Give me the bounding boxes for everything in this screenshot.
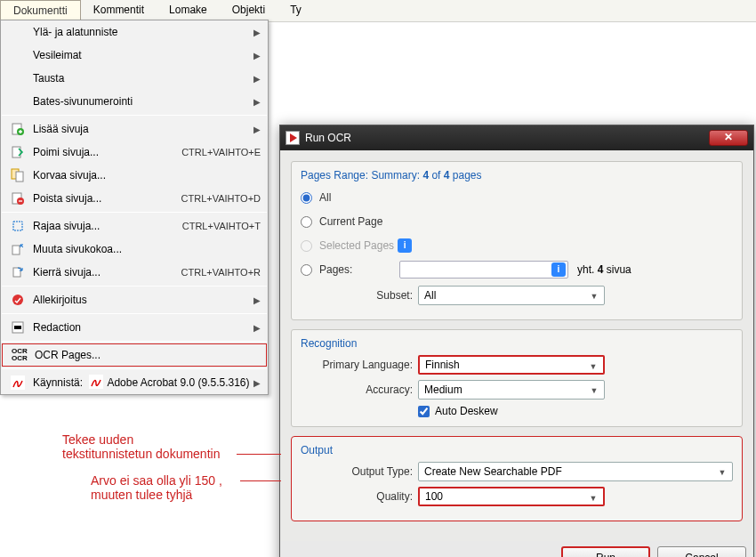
menu-item-label: Korvaa sivuja... bbox=[33, 169, 261, 182]
cancel-button[interactable]: Cancel bbox=[657, 546, 746, 557]
annotation-2-line bbox=[240, 480, 281, 481]
pages-range-title: Pages Range: Summary: 4 of 4 pages bbox=[301, 169, 733, 182]
menu-dokumentti[interactable]: Dokumentti bbox=[0, 0, 81, 21]
svg-rect-8 bbox=[12, 246, 20, 254]
radio-pages-row[interactable]: Pages: i yht. 4 sivua bbox=[301, 259, 733, 280]
menu-item-label: Bates-sivunumerointi bbox=[33, 95, 253, 108]
chevron-down-icon: ▼ bbox=[588, 384, 600, 397]
accuracy-row: Accuracy: Medium ▼ bbox=[301, 380, 733, 400]
run-button[interactable]: Run bbox=[561, 546, 650, 557]
accuracy-value: Medium bbox=[424, 383, 462, 396]
menu-item[interactable]: Muuta sivukokoa... bbox=[1, 238, 268, 261]
svg-rect-7 bbox=[13, 222, 22, 230]
subset-row: Subset: All ▼ bbox=[301, 286, 733, 305]
rotate-page-icon bbox=[8, 262, 28, 282]
radio-current-row[interactable]: Current Page bbox=[301, 211, 733, 232]
primary-language-value: Finnish bbox=[425, 359, 460, 371]
primary-language-label: Primary Language: bbox=[301, 359, 413, 371]
menu-item-label: Lisää sivuja bbox=[33, 123, 253, 135]
resize-page-icon bbox=[8, 239, 28, 259]
submenu-arrow-icon: ▶ bbox=[253, 51, 261, 61]
quality-label: Quality: bbox=[301, 490, 413, 503]
menu-item[interactable]: Rajaa sivuja...CTRL+VAIHTO+T bbox=[1, 214, 268, 238]
info-icon[interactable]: i bbox=[551, 262, 566, 277]
dokumentti-dropdown: Ylä- ja alatunniste▶Vesileimat▶Tausta▶Ba… bbox=[0, 20, 269, 395]
auto-deskew-label: Auto Deskew bbox=[435, 405, 498, 417]
menu-item[interactable]: Korvaa sivuja... bbox=[1, 164, 268, 187]
menu-kommentit[interactable]: Kommentit bbox=[81, 0, 157, 21]
output-type-value: Create New Searchable PDF bbox=[424, 465, 562, 478]
menu-item[interactable]: Ylä- ja alatunniste▶ bbox=[1, 20, 268, 44]
svg-rect-12 bbox=[14, 326, 21, 329]
primary-language-select[interactable]: Finnish ▼ bbox=[418, 355, 605, 375]
menu-separator bbox=[2, 368, 267, 369]
accuracy-label: Accuracy: bbox=[301, 383, 413, 396]
blank-icon bbox=[8, 22, 28, 42]
menu-item-label: Redaction bbox=[33, 321, 253, 334]
menu-item[interactable]: Vesileimat▶ bbox=[1, 44, 268, 67]
menu-item-label: Poista sivuja... bbox=[33, 192, 173, 205]
acrobat-icon bbox=[8, 373, 28, 392]
dialog-button-row: Run Cancel bbox=[280, 541, 753, 557]
submenu-arrow-icon: ▶ bbox=[253, 28, 261, 37]
pages-input[interactable]: i bbox=[399, 261, 568, 278]
blank-icon bbox=[8, 69, 28, 88]
menu-item-label: Kierrä sivuja... bbox=[33, 266, 173, 278]
output-group: Output Output Type: Create New Searchabl… bbox=[291, 436, 743, 521]
menu-item-shortcut: CTRL+VAIHTO+T bbox=[182, 221, 261, 231]
menu-item[interactable]: Kierrä sivuja...CTRL+VAIHTO+R bbox=[1, 261, 268, 284]
menu-item[interactable]: Poista sivuja...CTRL+VAIHTO+D bbox=[1, 187, 268, 210]
menu-separator bbox=[2, 286, 267, 287]
menu-objekti[interactable]: Objekti bbox=[220, 0, 277, 21]
submenu-arrow-icon: ▶ bbox=[253, 97, 261, 107]
auto-deskew-row[interactable]: Auto Deskew bbox=[418, 405, 733, 417]
menu-item-label: Ylä- ja alatunniste bbox=[33, 26, 253, 38]
radio-current[interactable] bbox=[301, 216, 312, 228]
svg-rect-9 bbox=[13, 268, 20, 277]
auto-deskew-checkbox[interactable] bbox=[418, 406, 430, 417]
menu-item-label: Käynnistä: Adobe Acrobat 9.0 (9.5.5.316) bbox=[33, 375, 253, 392]
svg-rect-4 bbox=[16, 172, 23, 182]
menu-item-shortcut: CTRL+VAIHTO+D bbox=[181, 193, 261, 204]
output-title: Output bbox=[301, 444, 733, 456]
radio-selected-label: Selected Pages bbox=[319, 239, 394, 252]
menu-separator bbox=[2, 313, 267, 314]
output-type-label: Output Type: bbox=[301, 465, 413, 478]
submenu-arrow-icon: ▶ bbox=[253, 378, 261, 388]
radio-pages[interactable] bbox=[301, 264, 312, 276]
svg-marker-15 bbox=[290, 133, 297, 142]
menu-item[interactable]: Käynnistä: Adobe Acrobat 9.0 (9.5.5.316)… bbox=[1, 371, 268, 394]
subset-label: Subset: bbox=[301, 289, 413, 302]
info-icon[interactable]: i bbox=[398, 238, 412, 253]
menu-item[interactable]: Bates-sivunumerointi▶ bbox=[1, 90, 268, 113]
blank-icon bbox=[8, 45, 28, 65]
menu-item[interactable]: Redaction▶ bbox=[1, 316, 268, 339]
menu-item[interactable]: Poimi sivuja...CTRL+VAIHTO+E bbox=[1, 141, 268, 164]
menu-item[interactable]: Allekirjoitus▶ bbox=[1, 288, 268, 311]
radio-selected bbox=[301, 240, 312, 252]
menu-lomake[interactable]: Lomake bbox=[157, 0, 220, 21]
dialog-title: Run OCR bbox=[305, 132, 709, 144]
quality-select[interactable]: 100 ▼ bbox=[418, 487, 605, 506]
menu-item[interactable]: OCROCROCR Pages... bbox=[2, 343, 267, 367]
radio-all-row[interactable]: All bbox=[301, 187, 733, 208]
radio-all-label: All bbox=[319, 191, 331, 204]
crop-page-icon bbox=[8, 216, 28, 236]
menu-item[interactable]: Lisää sivuja▶ bbox=[1, 117, 268, 141]
menu-item[interactable]: Tausta▶ bbox=[1, 67, 268, 90]
accuracy-select[interactable]: Medium ▼ bbox=[418, 380, 605, 400]
output-type-select[interactable]: Create New Searchable PDF ▼ bbox=[418, 462, 733, 481]
subset-select[interactable]: All ▼ bbox=[418, 286, 605, 305]
annotation-2: Arvo ei saa olla yli 150 , muuten tulee … bbox=[91, 473, 222, 502]
submenu-arrow-icon: ▶ bbox=[253, 323, 261, 333]
recognition-group: Recognition Primary Language: Finnish ▼ … bbox=[291, 329, 743, 427]
menu-item-label: OCR Pages... bbox=[35, 349, 259, 361]
recognition-title: Recognition bbox=[301, 337, 733, 350]
dialog-body: Pages Range: Summary: 4 of 4 pages All C… bbox=[280, 150, 753, 541]
annotation-1: Tekee uuden tekstitunnistetun dokumentin bbox=[62, 432, 220, 461]
radio-current-label: Current Page bbox=[319, 215, 382, 228]
menu-ty[interactable]: Ty bbox=[277, 0, 314, 21]
close-button[interactable]: ✕ bbox=[709, 130, 748, 146]
radio-all[interactable] bbox=[301, 192, 312, 204]
quality-value: 100 bbox=[425, 490, 443, 503]
